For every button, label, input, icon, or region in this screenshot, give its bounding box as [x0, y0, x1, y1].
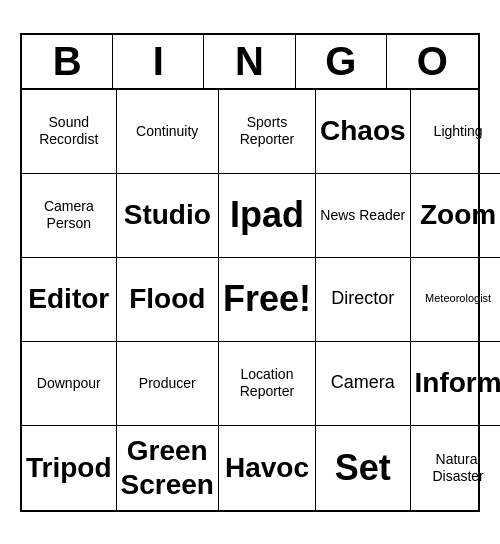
bingo-cell-10: Editor — [22, 258, 117, 342]
bingo-cell-14: Meteorologist — [411, 258, 500, 342]
bingo-cell-8: News Reader — [316, 174, 411, 258]
bingo-cell-0: Sound Recordist — [22, 90, 117, 174]
header-letter-i: I — [113, 35, 204, 88]
bingo-cell-6: Studio — [117, 174, 219, 258]
bingo-grid: Sound RecordistContinuitySports Reporter… — [22, 90, 478, 510]
bingo-header: BINGO — [22, 35, 478, 90]
bingo-cell-13: Director — [316, 258, 411, 342]
bingo-cell-18: Camera — [316, 342, 411, 426]
bingo-cell-22: Havoc — [219, 426, 316, 510]
bingo-cell-16: Producer — [117, 342, 219, 426]
bingo-cell-24: Natural Disaster — [411, 426, 500, 510]
bingo-cell-2: Sports Reporter — [219, 90, 316, 174]
header-letter-b: B — [22, 35, 113, 88]
bingo-cell-1: Continuity — [117, 90, 219, 174]
bingo-cell-11: Flood — [117, 258, 219, 342]
bingo-cell-23: Set — [316, 426, 411, 510]
bingo-cell-3: Chaos — [316, 90, 411, 174]
header-letter-n: N — [204, 35, 295, 88]
bingo-cell-15: Downpour — [22, 342, 117, 426]
bingo-cell-5: Camera Person — [22, 174, 117, 258]
bingo-card: BINGO Sound RecordistContinuitySports Re… — [20, 33, 480, 512]
header-letter-g: G — [296, 35, 387, 88]
bingo-cell-12: Free! — [219, 258, 316, 342]
header-letter-o: O — [387, 35, 478, 88]
bingo-cell-19: Inform — [411, 342, 500, 426]
bingo-cell-4: Lighting — [411, 90, 500, 174]
bingo-cell-21: Green Screen — [117, 426, 219, 510]
bingo-cell-7: Ipad — [219, 174, 316, 258]
bingo-cell-20: Tripod — [22, 426, 117, 510]
bingo-cell-9: Zoom — [411, 174, 500, 258]
bingo-cell-17: Location Reporter — [219, 342, 316, 426]
